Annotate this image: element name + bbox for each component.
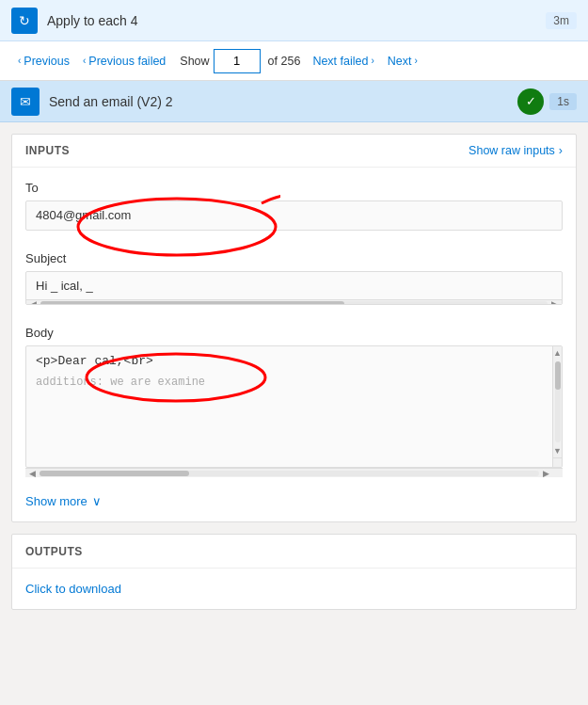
body-field-group: Body <p>Dear cal,<br> additions: we are … xyxy=(12,312,576,485)
show-more-button[interactable]: Show more ∨ xyxy=(25,494,102,508)
outputs-header: OUTPUTS xyxy=(12,535,576,569)
scroll-thumb[interactable] xyxy=(40,301,344,306)
body-label: Body xyxy=(25,326,563,340)
body-value-container: <p>Dear cal,<br> additions: we are exami… xyxy=(25,345,563,468)
vscroll-thumb[interactable] xyxy=(555,361,561,390)
chevron-right-icon: › xyxy=(371,56,373,66)
navigation-bar: ‹ Previous ‹ Previous failed Show 1 of 2… xyxy=(0,41,588,81)
of-total-label: of 256 xyxy=(268,55,301,68)
apply-each-time: 3m xyxy=(546,12,577,29)
show-label: Show xyxy=(180,55,209,68)
body-extra-value: additions: we are examine xyxy=(36,376,552,389)
page-number-input[interactable]: 1 xyxy=(214,49,261,73)
subject-field-group: Subject Hi _ ical, _ ◀ ▶ xyxy=(12,238,576,312)
download-section: Click to download xyxy=(12,569,576,609)
to-label: To xyxy=(25,181,563,195)
body-hscroll-track xyxy=(40,471,539,476)
step-title: Send an email (V2) 2 xyxy=(49,94,517,109)
chevron-down-icon: ∨ xyxy=(92,494,102,508)
inputs-panel: INPUTS Show raw inputs › To 4804@gmail.c… xyxy=(11,134,577,522)
show-more-section: Show more ∨ xyxy=(12,485,576,521)
subject-value: Hi _ ical, _ xyxy=(26,272,562,299)
to-value: 4804@gmail.com xyxy=(25,200,563,231)
chevron-left-icon: ‹ xyxy=(18,56,21,66)
email-step-icon: ✉ xyxy=(11,88,40,116)
scroll-track xyxy=(40,301,548,306)
body-vscrollbar[interactable]: ▲ ▼ xyxy=(552,346,562,457)
previous-button[interactable]: ‹ Previous xyxy=(13,51,74,72)
body-hscrollbar[interactable]: ◀ ▶ xyxy=(25,468,563,477)
scroll-left-arrow[interactable]: ◀ xyxy=(28,299,39,306)
next-failed-button[interactable]: Next failed › xyxy=(308,51,378,72)
outputs-title: OUTPUTS xyxy=(25,545,83,558)
next-button[interactable]: Next › xyxy=(383,51,422,72)
step-bar: ✉ Send an email (V2) 2 ✓ 1s xyxy=(0,81,588,122)
previous-failed-button[interactable]: ‹ Previous failed xyxy=(78,51,170,72)
show-raw-inputs-button[interactable]: Show raw inputs › xyxy=(469,144,563,157)
chevron-right-icon-2: › xyxy=(414,56,417,66)
body-container: <p>Dear cal,<br> additions: we are exami… xyxy=(25,345,563,477)
inputs-header: INPUTS Show raw inputs › xyxy=(12,135,576,168)
body-value: <p>Dear cal,<br> additions: we are exami… xyxy=(26,346,562,467)
subject-value-container: Hi _ ical, _ ◀ ▶ xyxy=(25,271,563,305)
chevron-left-icon-2: ‹ xyxy=(83,56,86,66)
body-scroll-right-arrow[interactable]: ▶ xyxy=(541,469,551,478)
apply-each-title: Apply to each 4 xyxy=(47,13,546,28)
click-to-download-link[interactable]: Click to download xyxy=(25,582,121,596)
success-badge: ✓ xyxy=(517,88,544,115)
apply-each-icon: ↻ xyxy=(11,8,38,34)
scroll-up-arrow[interactable]: ▲ xyxy=(553,346,562,360)
inputs-title: INPUTS xyxy=(25,144,70,157)
body-scroll-left-arrow[interactable]: ◀ xyxy=(27,469,38,478)
to-field-group: To 4804@gmail.com xyxy=(12,168,576,238)
step-time: 1s xyxy=(549,93,577,110)
subject-scrollbar[interactable]: ◀ ▶ xyxy=(26,299,562,305)
vscroll-track xyxy=(555,361,561,442)
scroll-right-arrow[interactable]: ▶ xyxy=(549,299,560,306)
body-hscroll-thumb[interactable] xyxy=(40,471,189,476)
scroll-down-arrow[interactable]: ▼ xyxy=(553,444,562,457)
scroll-corner xyxy=(552,457,562,467)
subject-label: Subject xyxy=(25,251,563,265)
outputs-panel: OUTPUTS Click to download xyxy=(11,534,577,610)
chevron-right-icon-raw: › xyxy=(559,144,563,157)
apply-to-each-bar: ↻ Apply to each 4 3m xyxy=(0,0,588,41)
